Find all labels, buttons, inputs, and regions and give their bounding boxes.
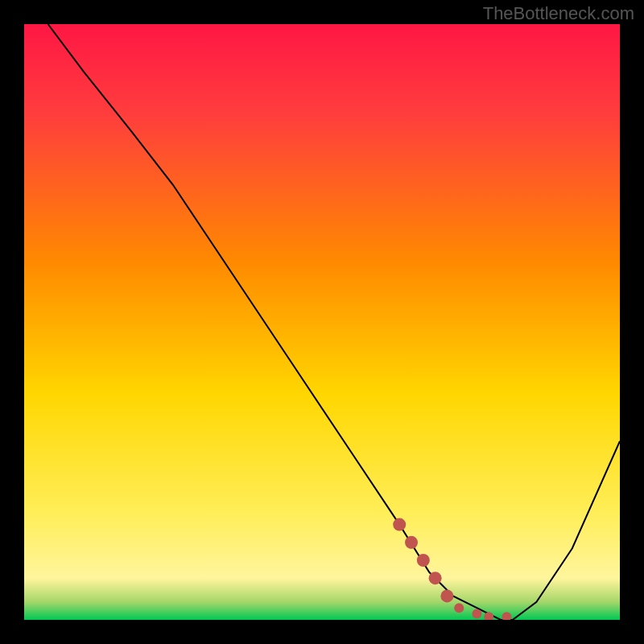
highlight-marker bbox=[429, 572, 442, 584]
highlight-marker bbox=[417, 554, 430, 567]
highlight-marker bbox=[440, 589, 453, 602]
highlight-marker bbox=[484, 612, 493, 620]
highlight-marker bbox=[405, 536, 418, 549]
highlight-markers bbox=[24, 24, 620, 620]
highlight-marker bbox=[472, 609, 481, 619]
plot-area bbox=[24, 24, 620, 620]
highlight-marker bbox=[454, 603, 464, 613]
highlight-marker bbox=[393, 518, 406, 531]
highlight-marker bbox=[502, 612, 511, 620]
attribution-label: TheBottleneck.com bbox=[483, 3, 634, 24]
